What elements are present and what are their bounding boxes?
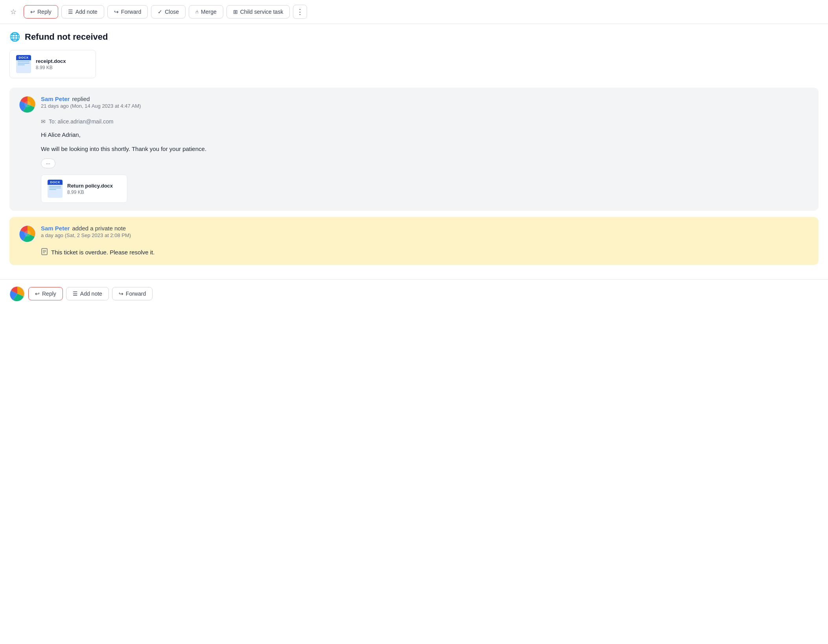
bottom-avatar bbox=[9, 286, 25, 302]
message-greeting: Hi Alice Adrian, bbox=[41, 130, 809, 140]
star-button[interactable]: ☆ bbox=[6, 5, 20, 19]
bottom-toolbar: ↩ Reply ☰ Add note ↪ Forward bbox=[0, 279, 828, 308]
avatar bbox=[19, 96, 36, 113]
file-size: 8.99 KB bbox=[36, 65, 66, 70]
reply-icon: ↩ bbox=[30, 9, 35, 15]
meta-line: Sam Peter replied bbox=[41, 96, 141, 102]
add-note-icon: ☰ bbox=[68, 9, 73, 15]
bottom-reply-button[interactable]: ↩ Reply bbox=[28, 287, 63, 300]
globe-icon: 🌐 bbox=[9, 32, 20, 42]
note-action-text: added a private note bbox=[72, 225, 126, 232]
forward-button[interactable]: ↪ Forward bbox=[107, 5, 148, 18]
attachment-info: receipt.docx 8.99 KB bbox=[36, 58, 66, 70]
file-size-2: 8.99 KB bbox=[67, 190, 113, 195]
receipt-attachment[interactable]: DOCX receipt.docx 8.99 KB bbox=[9, 50, 96, 78]
timestamp: 21 days ago (Mon, 14 Aug 2023 at 4:47 AM… bbox=[41, 103, 141, 109]
reply-conversation-card: Sam Peter replied 21 days ago (Mon, 14 A… bbox=[9, 88, 819, 211]
envelope-icon: ✉ bbox=[41, 118, 46, 125]
message-header: Sam Peter replied 21 days ago (Mon, 14 A… bbox=[19, 96, 809, 113]
forward-label: Forward bbox=[121, 9, 141, 15]
private-note-card: Sam Peter added a private note a day ago… bbox=[9, 217, 819, 265]
top-toolbar: ☆ ↩ Reply ☰ Add note ↪ Forward ✓ Close ⑃… bbox=[0, 0, 828, 24]
message-body-text: We will be looking into this shortly. Th… bbox=[41, 144, 809, 154]
merge-label: Merge bbox=[201, 9, 217, 15]
bottom-add-note-label: Add note bbox=[80, 291, 102, 297]
close-button[interactable]: ✓ Close bbox=[151, 5, 186, 18]
more-options-button[interactable]: ⋮ bbox=[293, 5, 307, 19]
note-timestamp: a day ago (Sat, 2 Sep 2023 at 2:08 PM) bbox=[41, 232, 131, 238]
merge-icon: ⑃ bbox=[195, 9, 199, 15]
bottom-reply-icon: ↩ bbox=[35, 291, 40, 297]
return-policy-attachment[interactable]: DOCX Return policy.docx 8.99 KB bbox=[41, 175, 127, 203]
expand-dots-icon: ··· bbox=[46, 160, 50, 166]
expand-button[interactable]: ··· bbox=[41, 158, 55, 168]
merge-button[interactable]: ⑃ Merge bbox=[189, 5, 223, 18]
page-title: Refund not received bbox=[25, 32, 108, 42]
docx-file-icon: DOCX bbox=[16, 55, 31, 73]
bottom-add-note-icon: ☰ bbox=[73, 291, 78, 297]
svg-point-3 bbox=[24, 230, 31, 237]
sender-name: Sam Peter bbox=[41, 96, 70, 102]
bottom-forward-label: Forward bbox=[126, 291, 146, 297]
svg-point-1 bbox=[24, 101, 31, 107]
main-content: 🌐 Refund not received DOCX receipt.docx … bbox=[0, 24, 828, 279]
add-note-button[interactable]: ☰ Add note bbox=[61, 5, 104, 18]
close-icon: ✓ bbox=[158, 9, 162, 15]
note-text: This ticket is overdue. Please resolve i… bbox=[51, 248, 155, 257]
message-meta: Sam Peter replied 21 days ago (Mon, 14 A… bbox=[41, 96, 141, 109]
more-icon: ⋮ bbox=[296, 7, 304, 16]
message-body: ✉ To: alice.adrian@mail.com Hi Alice Adr… bbox=[19, 118, 809, 203]
note-meta-line: Sam Peter added a private note bbox=[41, 225, 131, 232]
close-label: Close bbox=[165, 9, 179, 15]
notepad-icon bbox=[41, 248, 48, 257]
action-text: replied bbox=[72, 96, 90, 102]
to-line: ✉ To: alice.adrian@mail.com bbox=[41, 118, 809, 125]
note-sender-name: Sam Peter bbox=[41, 225, 70, 232]
bottom-add-note-button[interactable]: ☰ Add note bbox=[66, 287, 109, 300]
child-service-task-button[interactable]: ⊞ Child service task bbox=[226, 5, 290, 18]
note-message-meta: Sam Peter added a private note a day ago… bbox=[41, 225, 131, 238]
note-avatar bbox=[19, 225, 36, 242]
star-icon: ☆ bbox=[10, 7, 17, 16]
to-address: To: alice.adrian@mail.com bbox=[49, 118, 113, 125]
page-title-row: 🌐 Refund not received bbox=[9, 32, 819, 42]
note-message-header: Sam Peter added a private note a day ago… bbox=[19, 225, 809, 242]
file-name: receipt.docx bbox=[36, 58, 66, 64]
forward-icon: ↪ bbox=[114, 9, 119, 15]
reply-label: Reply bbox=[37, 9, 52, 15]
attachment-info-2: Return policy.docx 8.99 KB bbox=[67, 183, 113, 195]
note-body: This ticket is overdue. Please resolve i… bbox=[19, 248, 809, 257]
child-service-task-label: Child service task bbox=[240, 9, 283, 15]
bottom-reply-label: Reply bbox=[42, 291, 56, 297]
docx-file-icon-2: DOCX bbox=[48, 180, 63, 198]
bottom-forward-icon: ↪ bbox=[119, 291, 123, 297]
reply-button[interactable]: ↩ Reply bbox=[24, 5, 58, 18]
file-name-2: Return policy.docx bbox=[67, 183, 113, 189]
add-note-label: Add note bbox=[75, 9, 98, 15]
child-task-icon: ⊞ bbox=[233, 9, 238, 15]
bottom-forward-button[interactable]: ↪ Forward bbox=[112, 287, 153, 300]
